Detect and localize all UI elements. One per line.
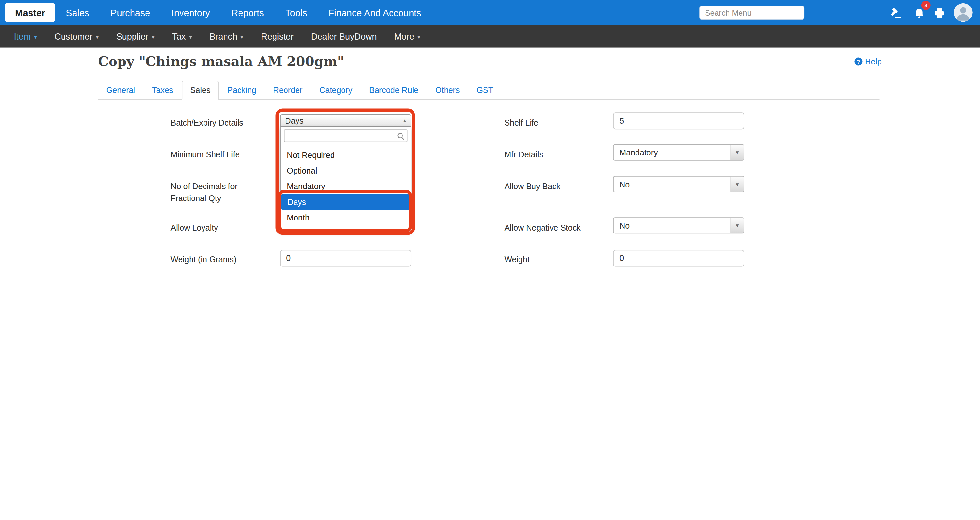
- subnav-item-register[interactable]: Register: [252, 25, 302, 47]
- tab-taxes[interactable]: Taxes: [144, 81, 181, 100]
- weight-in-grams-input[interactable]: [280, 250, 411, 266]
- chevron-down-icon: ▾: [240, 33, 244, 40]
- subnav-item-customer[interactable]: Customer ▾: [46, 25, 107, 47]
- subnav-item-label: Item: [14, 31, 31, 41]
- allow-buy-back-select[interactable]: No ▼: [613, 176, 745, 192]
- chevron-down-icon: ▾: [34, 33, 37, 40]
- field-label-allow-buy-back: Allow Buy Back: [504, 180, 605, 192]
- mfr-details-select[interactable]: Mandatory ▼: [613, 144, 745, 160]
- select-arrow-icon: ▼: [730, 218, 744, 233]
- select-value: No: [614, 221, 730, 230]
- tab-sales[interactable]: Sales: [182, 81, 219, 100]
- chevron-down-icon: ▾: [417, 33, 421, 40]
- subnav-item-tax[interactable]: Tax ▾: [163, 25, 200, 47]
- chevron-down-icon: ▾: [151, 33, 154, 40]
- subnav-item-dealer-buydown[interactable]: Dealer BuyDown: [302, 25, 386, 47]
- shelf-life-input[interactable]: [613, 113, 745, 129]
- dropdown-option-mandatory[interactable]: Mandatory: [281, 179, 410, 194]
- subnav-item-label: Tax: [172, 31, 186, 41]
- subnav-item-label: Supplier: [116, 31, 148, 41]
- search-menu-input[interactable]: [699, 5, 804, 20]
- tab-bar: General Taxes Sales Packing Reorder Cate…: [98, 81, 880, 100]
- tab-gst[interactable]: GST: [469, 81, 502, 100]
- nav-item-tools[interactable]: Tools: [275, 0, 318, 25]
- tab-reorder[interactable]: Reorder: [265, 81, 311, 100]
- field-label-weight-in-grams: Weight (in Grams): [171, 254, 271, 265]
- dropdown-option-month[interactable]: Month: [281, 210, 410, 225]
- sub-navbar: Item ▾ Customer ▾ Supplier ▾ Tax ▾ Branc…: [0, 25, 980, 47]
- subnav-item-item[interactable]: Item ▾: [5, 25, 46, 47]
- chevron-up-icon: ▴: [404, 117, 406, 124]
- subnav-item-label: Customer: [54, 31, 92, 41]
- field-label-no-of-decimals: No of Decimals for Fractional Qty: [171, 180, 264, 204]
- subnav-item-more[interactable]: More ▾: [386, 25, 430, 47]
- search-icon: [397, 132, 405, 143]
- tab-others[interactable]: Others: [427, 81, 468, 100]
- nav-item-finance-and-accounts[interactable]: Finance And Accounts: [318, 0, 432, 25]
- tab-barcode-rule[interactable]: Barcode Rule: [361, 81, 426, 100]
- field-label-minimum-shelf-life: Minimum Shelf Life: [171, 149, 271, 160]
- nav-item-reports[interactable]: Reports: [221, 0, 275, 25]
- page-title: Copy "Chings masala AM 200gm": [98, 54, 344, 69]
- select-value: Mandatory: [614, 147, 730, 157]
- select-arrow-icon: ▼: [730, 145, 744, 160]
- notification-badge: 4: [921, 1, 931, 10]
- dropdown-option-optional[interactable]: Optional: [281, 163, 410, 178]
- allow-negative-stock-select[interactable]: No ▼: [613, 217, 745, 233]
- dropdown-search-input[interactable]: [284, 129, 408, 143]
- dropdown-options-list: Not Required Optional Mandatory Days Mon…: [281, 147, 410, 225]
- field-label-batch-expiry-details: Batch/Expiry Details: [171, 117, 271, 129]
- subnav-item-branch[interactable]: Branch ▾: [201, 25, 253, 47]
- chevron-down-icon: ▾: [95, 33, 99, 40]
- batch-expiry-dropdown-panel: Not Required Optional Mandatory Days Mon…: [280, 127, 411, 231]
- weight-input[interactable]: [613, 250, 745, 266]
- field-label-mfr-details: Mfr Details: [504, 149, 605, 160]
- chevron-down-icon: ▾: [189, 33, 192, 40]
- help-label: Help: [865, 57, 882, 67]
- dropdown-option-not-required[interactable]: Not Required: [281, 147, 410, 163]
- printer-icon[interactable]: [932, 6, 946, 20]
- field-label-allow-loyalty: Allow Loyalty: [171, 222, 271, 234]
- user-avatar[interactable]: [954, 3, 972, 22]
- subnav-item-label: Branch: [210, 31, 237, 41]
- field-label-allow-negative-stock: Allow Negative Stock: [504, 222, 605, 234]
- subnav-item-label: Register: [261, 31, 294, 41]
- help-link[interactable]: ? Help: [854, 57, 881, 67]
- combobox-selected-value: Days: [285, 116, 303, 125]
- subnav-item-label: More: [395, 31, 415, 41]
- batch-expiry-combobox[interactable]: Days ▴: [280, 114, 411, 127]
- gavel-icon[interactable]: [888, 6, 902, 20]
- dropdown-option-days[interactable]: Days: [281, 194, 410, 210]
- select-value: No: [614, 179, 730, 189]
- subnav-item-supplier[interactable]: Supplier ▾: [108, 25, 163, 47]
- nav-item-inventory[interactable]: Inventory: [161, 0, 221, 25]
- tab-category[interactable]: Category: [311, 81, 360, 100]
- tab-general[interactable]: General: [98, 81, 143, 100]
- nav-item-sales[interactable]: Sales: [55, 0, 100, 25]
- nav-master[interactable]: Master: [5, 3, 55, 22]
- subnav-item-label: Dealer BuyDown: [311, 31, 377, 41]
- field-label-weight: Weight: [504, 254, 605, 265]
- select-arrow-icon: ▼: [730, 177, 744, 192]
- tab-packing[interactable]: Packing: [219, 81, 264, 100]
- field-label-shelf-life: Shelf Life: [504, 117, 605, 129]
- application-window: Master Sales Purchase Inventory Reports …: [0, 0, 980, 270]
- nav-item-purchase[interactable]: Purchase: [100, 0, 161, 25]
- help-icon: ?: [854, 57, 862, 65]
- top-navbar: Master Sales Purchase Inventory Reports …: [0, 0, 980, 25]
